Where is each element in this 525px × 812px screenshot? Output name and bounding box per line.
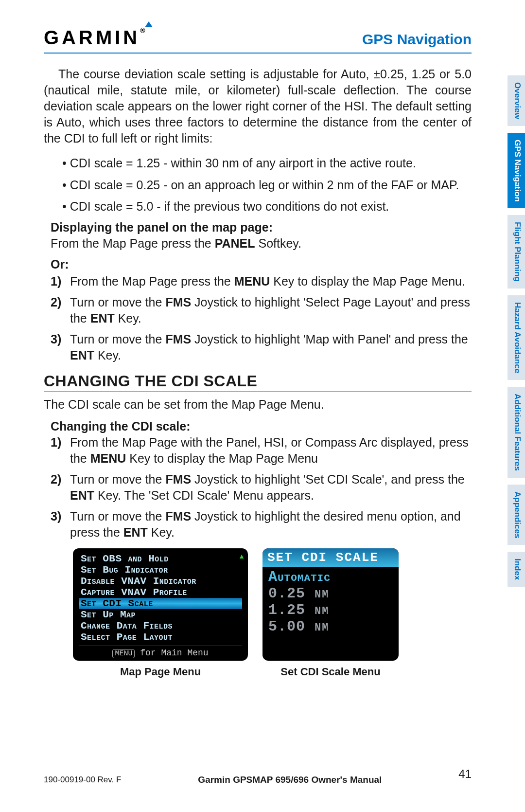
side-tab[interactable]: GPS Navigation (508, 133, 525, 209)
cdi-menu-caption: Set CDI Scale Menu (262, 666, 399, 678)
map-menu-item: Set Up Map (79, 609, 242, 620)
map-menu-item: Set Bug Indicator (79, 564, 242, 576)
section-title: GPS Navigation (362, 31, 472, 48)
step-item: 1) From the Map Page with the Panel, HSI… (51, 434, 472, 467)
map-menu-item: Disable VNAV Indicator (79, 576, 242, 587)
step-item: 2) Turn or move the FMS Joystick to high… (51, 294, 472, 326)
cdi-menu-item: Automatic (268, 569, 393, 585)
logo-triangle-icon (145, 21, 153, 27)
cdi-menu-item: 1.25 NM (268, 602, 393, 618)
menu-key-icon: menu (112, 649, 135, 658)
menu-screenshots: ▲ Set OBS and HoldSet Bug IndicatorDisab… (73, 548, 472, 661)
step-item: 3) Turn or move the FMS Joystick to high… (51, 331, 472, 363)
intro-paragraph: The course deviation scale setting is ad… (44, 66, 472, 146)
map-menu-item: Select Page Layout (79, 632, 242, 643)
panel-softkey-line: From the Map Page press the PANEL Softke… (51, 235, 472, 252)
map-menu-caption: Map Page Menu (73, 666, 248, 678)
bullet-item: CDI scale = 1.25 - within 30 nm of any a… (44, 155, 472, 171)
cdi-menu-item: 5.00 NM (268, 618, 393, 635)
step-item: 2) Turn or move the FMS Joystick to high… (51, 471, 472, 504)
map-menu-item: Set OBS and Hold (79, 553, 242, 564)
cdi-sub-paragraph: The CDI scale can be set from the Map Pa… (44, 397, 472, 413)
page-header: GARMIN® GPS Navigation (44, 27, 472, 49)
menu-footer: menu for Main Menu (79, 646, 242, 658)
side-tabs: OverviewGPS NavigationFlight PlanningHaz… (508, 75, 525, 587)
side-tab[interactable]: Additional Features (508, 387, 525, 478)
steps-display-panel: 1) From the Map Page press the MENU Key … (51, 273, 472, 363)
page-footer: 190-00919-00 Rev. F Garmin GPSMAP 695/69… (44, 773, 472, 787)
display-panel-heading: Displaying the panel on the map page: (51, 220, 472, 235)
map-menu-item: Change Data Fields (79, 620, 242, 632)
garmin-logo: GARMIN® (44, 27, 148, 49)
changing-cdi-subhead: Changing the CDI scale: (51, 419, 472, 433)
scroll-up-icon: ▲ (238, 552, 245, 560)
cdi-menu-title: SET CDI SCALE (262, 548, 399, 567)
side-tab[interactable]: Hazard Avoidance (508, 295, 525, 380)
step-item: 3) Turn or move the FMS Joystick to high… (51, 508, 472, 541)
step-item: 1) From the Map Page press the MENU Key … (51, 273, 472, 289)
bullet-item: CDI scale = 0.25 - on an approach leg or… (44, 177, 472, 193)
cdi-bullets: CDI scale = 1.25 - within 30 nm of any a… (44, 155, 472, 215)
doc-title: Garmin GPSMAP 695/696 Owner's Manual (198, 775, 382, 785)
cdi-menu-item: 0.25 NM (268, 585, 393, 602)
side-tab[interactable]: Index (508, 552, 525, 587)
doc-revision: 190-00919-00 Rev. F (44, 775, 121, 785)
side-tab[interactable]: Appendices (508, 485, 525, 545)
map-menu-item: Capture VNAV Profile (79, 587, 242, 598)
header-rule (44, 53, 472, 54)
or-label: Or: (51, 257, 472, 271)
bullet-item: CDI scale = 5.0 - if the previous two co… (44, 198, 472, 215)
steps-change-cdi: 1) From the Map Page with the Panel, HSI… (51, 434, 472, 541)
side-tab[interactable]: Flight Planning (508, 215, 525, 289)
set-cdi-scale-panel: SET CDI SCALE Automatic0.25 NM1.25 NM5.0… (262, 548, 399, 661)
changing-cdi-heading: CHANGING THE CDI SCALE (44, 372, 472, 390)
map-menu-item: Set CDI Scale (79, 598, 242, 609)
page-number: 41 (458, 767, 472, 781)
side-tab[interactable]: Overview (508, 75, 525, 126)
h2-rule (44, 391, 472, 392)
map-page-menu-panel: ▲ Set OBS and HoldSet Bug IndicatorDisab… (73, 548, 248, 661)
